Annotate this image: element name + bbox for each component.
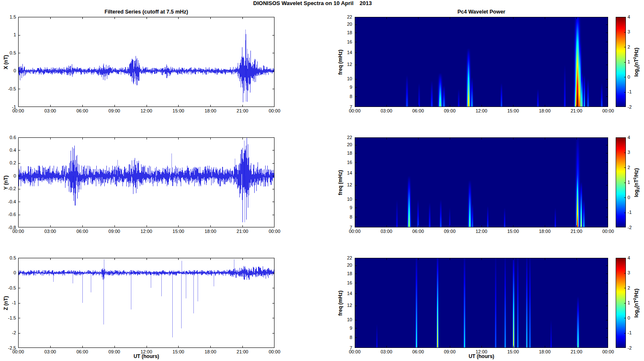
z-series-plot xyxy=(18,258,274,348)
x-tick-label: 06:00 xyxy=(73,108,92,114)
y-tick-label: -2.5 xyxy=(1,345,16,351)
y-tick-label: 1.5 xyxy=(1,14,16,20)
freq-tick-label: 16 xyxy=(345,160,352,165)
colorbar-tick-label: 4 xyxy=(628,135,639,140)
freq-tick-label: 16 xyxy=(345,39,352,45)
y-tick-label: -2 xyxy=(1,330,16,336)
colorbar-gradient xyxy=(616,137,626,227)
freq-tick-label: 22 xyxy=(345,135,352,140)
freq-tick-label: 16 xyxy=(345,280,352,286)
figure-title: DIONISOS Wavelet Spectra on 10 April 201… xyxy=(0,0,625,6)
right-column-title: Pc4 Wavelet Power xyxy=(355,9,608,15)
freq-tick-label: 14 xyxy=(345,291,352,296)
y-tick-label: -0.8 xyxy=(1,225,16,230)
x-tick-label: 18:00 xyxy=(535,108,554,114)
colorbar-tick-label: 3 xyxy=(628,270,639,276)
x-tick-label: 00:00 xyxy=(265,229,284,234)
y-tick-label: 0.2 xyxy=(1,160,16,166)
y-tick-label: 0.5 xyxy=(1,255,16,261)
y-tick-label: 0 xyxy=(1,270,16,276)
x-tick-label: 00:00 xyxy=(265,349,284,355)
freq-tick-label: 9 xyxy=(345,205,352,211)
x-tick-label: 15:00 xyxy=(169,229,187,234)
x-tick-label: 00:00 xyxy=(599,229,617,234)
x-tick-label: 09:00 xyxy=(440,349,459,355)
x-tick-label: 03:00 xyxy=(41,349,60,355)
x-tick-label: 06:00 xyxy=(409,229,427,234)
z-series-y-axis-label: Z (nT) xyxy=(3,296,9,310)
colorbar-tick-label: -2 xyxy=(628,345,639,351)
colorbar-tick-label: -2 xyxy=(628,104,639,110)
colorbar-tick-label: -1 xyxy=(628,89,639,95)
colorbar-tick-label: 4 xyxy=(628,14,639,20)
freq-tick-label: 10 xyxy=(345,76,352,82)
freq-tick-label: 7 xyxy=(345,225,352,230)
colorbar-tick-label: -2 xyxy=(628,225,639,230)
y-tick-label: 0.4 xyxy=(1,148,16,153)
freq-tick-label: 9 xyxy=(345,325,352,331)
x-tick-label: 18:00 xyxy=(201,349,220,355)
x-tick-label: 03:00 xyxy=(377,229,396,234)
y-tick-label: 1 xyxy=(1,32,16,38)
colorbar-tick-label: 3 xyxy=(628,29,639,35)
y-tick-label: -0.5 xyxy=(1,86,16,92)
x-series-plot xyxy=(18,17,274,107)
freq-tick-label: 8 xyxy=(345,335,352,340)
freq-tick-label: 8 xyxy=(345,214,352,220)
y-tick-label: -1.5 xyxy=(1,315,16,321)
x-tick-label: 00:00 xyxy=(265,108,284,114)
x-tick-label: 12:00 xyxy=(472,229,491,234)
colorbar-gradient xyxy=(616,17,626,107)
y-tick-label: -0.4 xyxy=(1,199,16,205)
x-tick-label: 15:00 xyxy=(504,229,522,234)
colorbar-axis-label: log2(nT2/Hz) xyxy=(633,47,640,77)
x-tick-label: 15:00 xyxy=(169,108,187,114)
x-wavelet-heatmap xyxy=(355,17,608,107)
colorbar-axis-label: log2(nT2/Hz) xyxy=(633,288,640,317)
z-wavelet-heatmap xyxy=(355,258,608,348)
x-tick-label: 12:00 xyxy=(137,229,156,234)
x-tick-label: 21:00 xyxy=(567,108,586,114)
freq-tick-label: 18 xyxy=(345,271,352,276)
freq-tick-label: 18 xyxy=(345,30,352,36)
x-tick-label: 15:00 xyxy=(169,349,187,355)
x-tick-label: 15:00 xyxy=(504,108,522,114)
x-series-y-axis-label: X (nT) xyxy=(3,55,9,69)
x-tick-label: 00:00 xyxy=(599,108,617,114)
x-tick-label: 12:00 xyxy=(137,108,156,114)
colorbar-axis-label: log2(nT2/Hz) xyxy=(633,168,640,197)
freq-tick-label: 20 xyxy=(345,22,352,27)
x-tick-label: 18:00 xyxy=(201,229,220,234)
y-wavelet-heatmap xyxy=(355,137,608,227)
y-series-y-axis-label: Y (nT) xyxy=(3,175,9,190)
colorbar-gradient xyxy=(616,258,626,348)
x-tick-label: 18:00 xyxy=(535,349,554,355)
freq-tick-label: 20 xyxy=(345,263,352,268)
y-tick-label: -0.6 xyxy=(1,212,16,217)
z-wavelet-y-axis-label: freq (mHz) xyxy=(337,290,343,315)
x-tick-label: 06:00 xyxy=(409,349,427,355)
x-tick-label: 09:00 xyxy=(440,229,459,234)
freq-tick-label: 9 xyxy=(345,85,352,90)
x-tick-label: 21:00 xyxy=(233,229,252,234)
colorbar-tick-label: 3 xyxy=(628,150,639,155)
x-tick-label: 09:00 xyxy=(105,108,124,114)
x-tick-label: 03:00 xyxy=(41,229,60,234)
freq-tick-label: 10 xyxy=(345,317,352,323)
x-tick-label: 03:00 xyxy=(377,349,396,355)
freq-tick-label: 7 xyxy=(345,104,352,110)
left-column-title: Filtered Series (cutoff at 7.5 mHz) xyxy=(18,9,274,15)
freq-tick-label: 12 xyxy=(345,62,352,67)
freq-tick-label: 8 xyxy=(345,94,352,99)
colorbar-tick-label: -1 xyxy=(628,210,639,215)
x-tick-label: 12:00 xyxy=(137,349,156,355)
freq-tick-label: 20 xyxy=(345,142,352,148)
y-tick-label: 0.6 xyxy=(1,135,16,140)
freq-tick-label: 14 xyxy=(345,170,352,176)
x-wavelet-y-axis-label: freq (mHz) xyxy=(337,49,343,74)
freq-tick-label: 7 xyxy=(345,345,352,351)
y-series-plot xyxy=(18,137,274,227)
x-tick-label: 06:00 xyxy=(73,349,92,355)
x-tick-label: 00:00 xyxy=(599,349,617,355)
x-tick-label: 21:00 xyxy=(567,229,586,234)
